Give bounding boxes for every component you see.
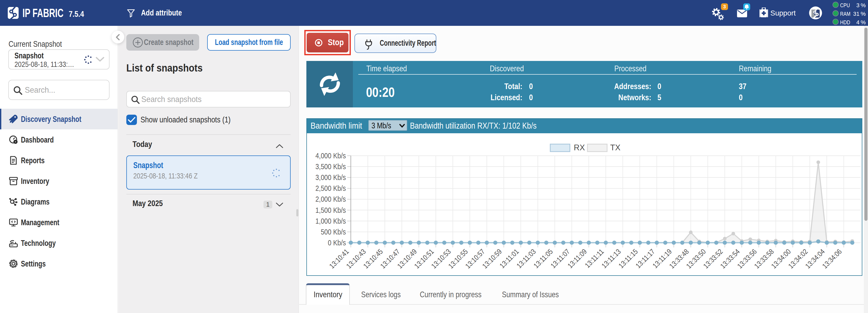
svg-text:TX: TX — [610, 143, 621, 152]
svg-text:1,000 Kb/s: 1,000 Kb/s — [315, 217, 346, 225]
svg-text:13:11:17: 13:11:17 — [634, 247, 656, 270]
svg-text:1,500 Kb/s: 1,500 Kb/s — [315, 206, 346, 214]
svg-text:13:11:05: 13:11:05 — [532, 247, 554, 270]
svg-text:3,500 Kb/s: 3,500 Kb/s — [315, 162, 346, 171]
svg-text:2,500 Kb/s: 2,500 Kb/s — [315, 184, 346, 193]
svg-text:RX: RX — [574, 143, 585, 152]
svg-text:0 Kb/s: 0 Kb/s — [328, 239, 346, 247]
svg-text:13:11:01: 13:11:01 — [498, 247, 520, 270]
svg-text:13:11:15: 13:11:15 — [617, 247, 640, 270]
svg-text:2,000 Kb/s: 2,000 Kb/s — [315, 195, 346, 204]
svg-text:13:10:59: 13:10:59 — [480, 247, 503, 270]
svg-text:4,000 Kb/s: 4,000 Kb/s — [315, 152, 346, 160]
svg-text:13:11:07: 13:11:07 — [549, 247, 571, 270]
svg-text:13:11:03: 13:11:03 — [515, 247, 537, 270]
svg-text:13:11:09: 13:11:09 — [566, 247, 588, 270]
svg-text:13:34:06: 13:34:06 — [820, 247, 843, 270]
svg-text:500 Kb/s: 500 Kb/s — [321, 228, 346, 236]
svg-text:3,000 Kb/s: 3,000 Kb/s — [315, 173, 346, 182]
svg-text:13:11:13: 13:11:13 — [600, 247, 622, 270]
